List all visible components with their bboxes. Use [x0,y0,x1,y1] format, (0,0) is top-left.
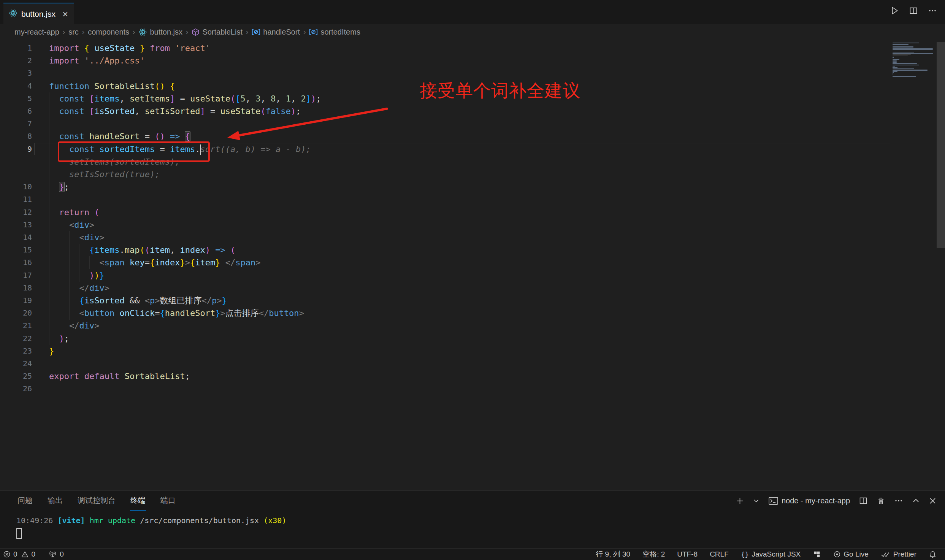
panel-tabs: 问题输出调试控制台终端端口 [17,491,176,511]
panel-tab-调试控制台[interactable]: 调试控制台 [77,491,116,511]
terminal-output: 10:49:26 [vite] hmr update /src/componen… [16,516,286,525]
more-actions-button[interactable] [928,6,937,16]
run-button[interactable] [890,6,899,16]
breadcrumb-separator: › [243,28,252,36]
code-line-11[interactable]: 11 [0,193,893,206]
breadcrumb-item-src[interactable]: src [68,28,79,36]
close-tab-icon[interactable]: × [62,10,68,18]
status-item-label: Prettier [893,550,916,558]
language-mode[interactable]: {⁠}JavaScript JSX [741,550,801,558]
breadcrumb-item-sortedItems[interactable]: sortedItems [309,28,360,36]
code-line-17[interactable]: 17 ))} [0,269,893,282]
code-line-22[interactable]: 22 ); [0,332,893,345]
code-line-10[interactable]: 10 }; [0,181,893,194]
line-number: 19 [0,294,32,307]
ghost-line[interactable]: setIsSorted(true); [0,168,893,181]
warnings-count[interactable]: 0 [21,550,36,558]
line-number: 13 [0,219,32,231]
code-text: </div> [49,319,99,332]
close-panel-button[interactable] [929,497,937,505]
terminal-more-button[interactable] [894,496,903,505]
cursor-position[interactable]: 行 9, 列 30 [596,549,630,559]
notifications-bell[interactable] [929,550,937,558]
panel-tab-输出[interactable]: 输出 [47,491,63,511]
minimap-line [893,56,908,56]
panel-tab-终端[interactable]: 终端 [130,491,146,511]
go-live[interactable]: Go Live [833,550,868,558]
code-line-1[interactable]: 1import { useState } from 'react' [0,42,893,55]
code-line-2[interactable]: 2import '../App.css' [0,54,893,67]
breadcrumb-separator: › [129,28,138,36]
react-file-icon [9,9,17,17]
panel-tab-端口[interactable]: 端口 [160,491,176,511]
minimap-line [893,54,911,55]
minimap-line [893,44,909,44]
line-number: 8 [0,130,32,143]
code-text: <div> [49,219,94,231]
line-number: 3 [0,67,32,79]
code-line-18[interactable]: 18 </div> [0,282,893,295]
code-line-14[interactable]: 14 <div> [0,231,893,244]
breadcrumb-item-button.jsx[interactable]: button.jsx [138,28,182,36]
new-terminal-button[interactable] [736,497,744,505]
code-line-20[interactable]: 20 <button onClick={handleSort}>点击排序</bu… [0,307,893,320]
code-line-21[interactable]: 21 </div> [0,319,893,332]
minimap-line [893,71,897,72]
prettier[interactable]: Prettier [881,550,916,558]
minimap-line [893,70,928,70]
terminal-profile[interactable]: node - my-react-app [768,496,850,506]
kill-terminal-button[interactable] [877,497,885,505]
code-text: const [items, setItems] = useState([5, 3… [49,92,321,105]
code-line-12[interactable]: 12 return ( [0,206,893,219]
ports-count[interactable]: 0 [48,550,64,558]
kill-terminal-button-icon [877,497,885,505]
tab-button-jsx[interactable]: button.jsx × [3,3,74,24]
code-line-24[interactable]: 24 [0,357,893,370]
code-line-19[interactable]: 19 {isSorted && <p>数组已排序</p>} [0,294,893,307]
code-line-16[interactable]: 16 <span key={index}>{item} </span> [0,256,893,269]
panel-tab-问题[interactable]: 问题 [17,491,33,511]
line-number: 10 [0,181,32,193]
split-terminal-button[interactable] [859,496,868,505]
line-number: 5 [0,92,32,105]
status-item-label: Go Live [844,550,868,558]
bottom-panel: 问题输出调试控制台终端端口 node - my-react-app 10:49:… [0,490,945,548]
code-text: return ( [49,206,99,219]
code-text: </div> [49,282,109,294]
code-text: }; [49,181,69,193]
code-line-7[interactable]: 7 [0,117,893,130]
annotation-text: 接受单个词补全建议 [420,79,580,103]
minimap-line [893,65,919,65]
code-line-26[interactable]: 26 [0,382,893,395]
maximize-panel-button[interactable] [912,497,920,505]
breadcrumb-item-handleSort[interactable]: handleSort [252,28,300,36]
code-line-15[interactable]: 15 {items.map((item, index) => ( [0,244,893,257]
prettier-icon [881,551,891,558]
code-line-13[interactable]: 13 <div> [0,219,893,232]
code-text: const handleSort = () => { [49,130,190,143]
breadcrumb-label: my-react-app [14,28,59,36]
encoding[interactable]: UTF-8 [677,550,698,558]
line-number: 23 [0,345,32,357]
extension-blocks[interactable] [813,550,821,558]
code-line-6[interactable]: 6 const [isSorted, setIsSorted] = useSta… [0,105,893,118]
split-editor-button[interactable] [909,6,918,16]
code-editor[interactable]: 1import { useState } from 'react'2import… [0,40,945,490]
breadcrumb-item-SortableList[interactable]: SortableList [192,28,243,36]
breadcrumb-item-components[interactable]: components [88,28,129,36]
code-text: {isSorted && <p>数组已排序</p>} [49,294,227,307]
errors-count[interactable]: 0 [3,550,17,558]
eol[interactable]: CRLF [710,550,729,558]
line-number: 21 [0,319,32,332]
panel-actions: node - my-react-app [736,491,937,511]
indent-guide [49,193,49,206]
indentation[interactable]: 空格: 2 [642,549,665,559]
code-line-23[interactable]: 23} [0,345,893,358]
code-line-3[interactable]: 3 [0,67,893,80]
breadcrumb-item-my-react-app[interactable]: my-react-app [14,28,59,36]
code-line-25[interactable]: 25export default SortableList; [0,370,893,383]
editor-scrollbar[interactable] [937,42,945,248]
minimap[interactable] [893,43,935,79]
terminal-dropdown-button[interactable] [753,498,759,504]
breadcrumb-label: sortedItems [320,28,360,36]
